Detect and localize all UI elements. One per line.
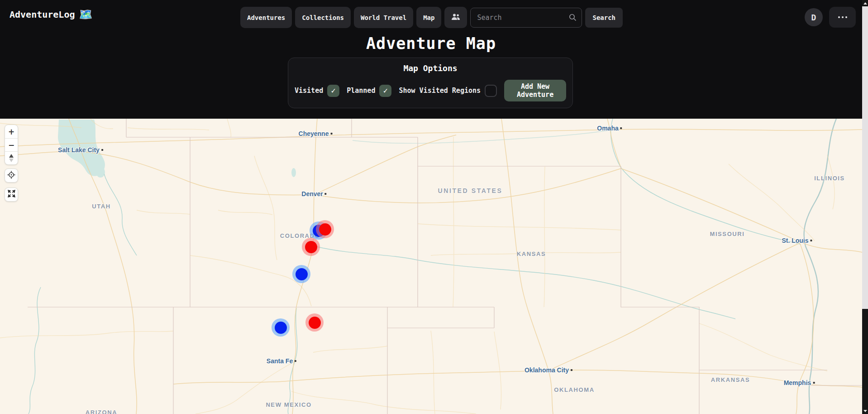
adventure-marker-visited[interactable] [316,220,334,238]
geolocate-button[interactable] [5,169,18,182]
planned-label: Planned [347,87,375,95]
map-options-card: Map Options Visited ✓ Planned ✓ Show Vis… [288,58,573,108]
search-input[interactable] [470,8,582,28]
nav-world-travel-button[interactable]: World Travel [354,7,413,28]
nav-map-button[interactable]: Map [416,7,441,28]
zoom-out-button[interactable]: − [5,138,18,151]
adventure-marker-visited[interactable] [302,238,320,256]
city-label: Denver [301,190,326,197]
state-label: UTAH [92,203,111,210]
city-label: St. Louis [782,237,812,244]
show-regions-toggle-group: Show Visited Regions [399,85,497,97]
avatar-initial: D [811,13,816,22]
app-name: AdventureLog [10,9,75,20]
visited-label: Visited [295,87,323,95]
scrollbar-down-arrow[interactable] [862,408,868,414]
users-button[interactable] [444,7,467,28]
compass-button[interactable] [5,151,18,164]
compass-icon [9,154,14,162]
adventure-marker-planned[interactable] [272,318,290,337]
map-zoom-controls: + − [5,125,18,165]
fullscreen-icon [8,190,15,199]
zoom-in-button[interactable]: + [5,125,18,138]
geolocate-icon [7,171,15,181]
fullscreen-button[interactable] [5,188,18,201]
search-icon [569,14,577,23]
scrollbar-up-arrow[interactable] [862,0,868,6]
visited-toggle-group: Visited ✓ [295,85,339,97]
city-label: Oklahoma City [525,366,572,374]
state-label: KANSAS [517,250,546,257]
planned-checkbox[interactable]: ✓ [379,85,391,97]
fullscreen-control [5,188,18,202]
visited-checkbox[interactable]: ✓ [327,85,339,97]
nav-collections-button[interactable]: Collections [295,7,351,28]
city-label: Memphis [784,379,815,386]
map-labels-and-markers: UTAHCOLORADOKANSASMISSOURIILLINOISOKLAHO… [0,119,862,414]
planned-toggle-group: Planned ✓ [347,85,391,97]
show-visited-regions-checkbox[interactable] [485,85,497,97]
state-label: ILLINOIS [814,175,845,182]
state-label: OKLAHOMA [554,386,594,393]
adventure-marker-planned[interactable] [292,265,310,283]
avatar[interactable]: D [805,8,823,26]
city-label: Cheyenne [299,130,333,137]
city-label: Santa Fe [267,357,296,365]
add-new-adventure-button[interactable]: Add New Adventure [504,80,566,101]
state-label: NEW MEXICO [266,401,311,408]
map-options-heading: Map Options [288,63,572,73]
adventure-marker-visited[interactable] [305,313,324,332]
page-title: Adventure Map [0,34,862,53]
show-visited-regions-label: Show Visited Regions [399,87,481,95]
city-label: Salt Lake City [58,146,103,154]
header-right-group: D [805,7,856,28]
map-options-row: Visited ✓ Planned ✓ Show Visited Regions… [288,80,572,101]
nav-adventures-button[interactable]: Adventures [240,7,292,28]
state-label: ARKANSAS [711,376,750,383]
geolocate-control [5,168,18,183]
country-label: UNITED STATES [438,187,503,194]
top-navigation: Adventures Collections World Travel Map … [240,7,623,28]
state-label: MISSOURI [710,231,744,237]
search-field-wrap [470,8,582,28]
state-label: ARIZONA [86,409,117,414]
app-logo[interactable]: AdventureLog 🗺️ [10,8,92,21]
scrollbar-thumb[interactable] [862,6,868,309]
overflow-menu-button[interactable] [829,7,856,28]
city-label: Omaha [597,125,622,132]
ellipsis-icon [838,16,847,18]
users-icon [451,13,460,22]
page-scrollbar[interactable] [862,0,868,414]
adventure-map[interactable]: UTAHCOLORADOKANSASMISSOURIILLINOISOKLAHO… [0,119,862,414]
map-emoji-icon: 🗺️ [79,8,93,21]
search-button[interactable]: Search [585,8,623,28]
